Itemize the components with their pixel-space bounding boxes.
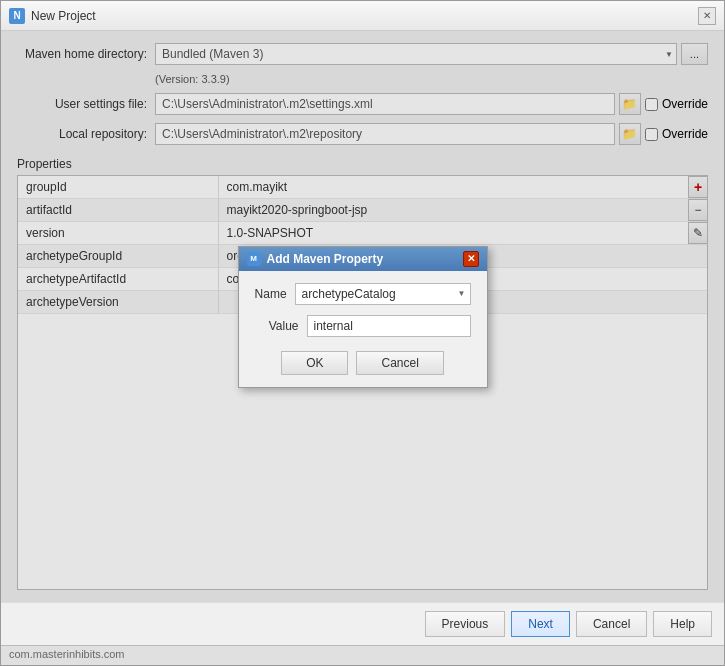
modal-name-input-wrap: ▼ xyxy=(295,283,471,305)
cancel-button[interactable]: Cancel xyxy=(576,611,647,637)
modal-cancel-button[interactable]: Cancel xyxy=(356,351,443,375)
modal-content: Name ▼ Value OK Cancel xyxy=(239,271,487,387)
window-title: New Project xyxy=(31,9,96,23)
modal-value-row: Value xyxy=(255,315,471,337)
modal-buttons: OK Cancel xyxy=(255,351,471,375)
modal-title-left: M Add Maven Property xyxy=(247,252,384,266)
next-button[interactable]: Next xyxy=(511,611,570,637)
previous-button[interactable]: Previous xyxy=(425,611,506,637)
main-window: N New Project ✕ Maven home directory: ▼ … xyxy=(0,0,725,666)
modal-value-input[interactable] xyxy=(307,315,471,337)
window-icon: N xyxy=(9,8,25,24)
modal-name-row: Name ▼ xyxy=(255,283,471,305)
modal-close-button[interactable]: ✕ xyxy=(463,251,479,267)
footer: Previous Next Cancel Help xyxy=(1,602,724,645)
add-maven-property-dialog: M Add Maven Property ✕ Name ▼ xyxy=(238,246,488,388)
close-button[interactable]: ✕ xyxy=(698,7,716,25)
modal-name-dropdown-icon[interactable]: ▼ xyxy=(456,287,468,300)
modal-title: Add Maven Property xyxy=(267,252,384,266)
title-bar: N New Project ✕ xyxy=(1,1,724,31)
modal-name-label: Name xyxy=(255,287,287,301)
modal-icon: M xyxy=(247,252,261,266)
help-button[interactable]: Help xyxy=(653,611,712,637)
modal-ok-button[interactable]: OK xyxy=(281,351,348,375)
statusbar: com.masterinhibits.com xyxy=(1,645,724,665)
modal-name-input[interactable] xyxy=(302,287,452,301)
title-bar-left: N New Project xyxy=(9,8,96,24)
main-content: Maven home directory: ▼ ... (Version: 3.… xyxy=(1,31,724,602)
statusbar-text: com.masterinhibits.com xyxy=(9,648,125,660)
modal-overlay: M Add Maven Property ✕ Name ▼ xyxy=(1,31,724,602)
modal-value-label: Value xyxy=(255,319,299,333)
modal-titlebar: M Add Maven Property ✕ xyxy=(239,247,487,271)
